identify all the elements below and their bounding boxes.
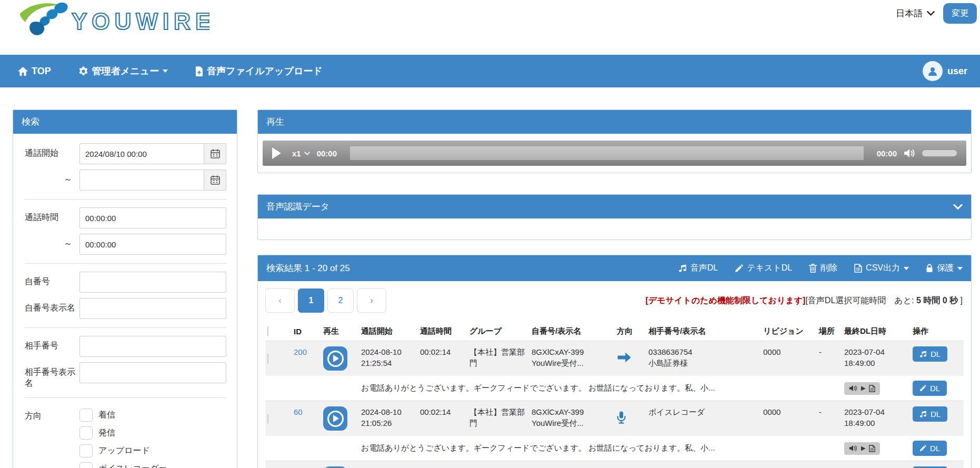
- nav-admin-menu[interactable]: 管理者メニュー: [78, 65, 168, 77]
- main-nav: TOP 管理者メニュー 音声ファイルアップロード user: [0, 55, 980, 87]
- caret-down-icon: [904, 267, 909, 270]
- transcript-text: お電話ありがとうございます。ギークフィードでございます。 お世話になっております…: [359, 376, 842, 401]
- transcript-row: お電話ありがとうございます。ギークフィードでございます。 お世話になっております…: [265, 376, 964, 401]
- location: -: [817, 461, 842, 468]
- col-group: グループ: [467, 321, 529, 341]
- divider: [25, 263, 226, 264]
- play-icon: [861, 386, 866, 391]
- group-name: 【本社】営業部門: [467, 401, 529, 436]
- col-revision: リビジョン: [761, 321, 817, 341]
- trash-icon: [809, 264, 817, 273]
- audio-dl-button[interactable]: 音声DL: [678, 263, 718, 274]
- audio-dl-row-button[interactable]: DL: [913, 406, 947, 422]
- col-duration: 通話時間: [418, 321, 467, 341]
- call-start-from-input[interactable]: [79, 143, 204, 164]
- text-dl-row-button[interactable]: DL: [913, 381, 947, 396]
- play-icon: [861, 446, 866, 451]
- play-button[interactable]: [272, 147, 281, 159]
- own-display-name-label: 自番号表示名: [25, 298, 79, 314]
- select-all-checkbox[interactable]: [267, 326, 268, 336]
- speaker-icon[interactable]: [904, 148, 915, 158]
- direction-upload-checkbox[interactable]: [79, 444, 93, 457]
- nav-user[interactable]: user: [923, 61, 967, 81]
- home-icon: [18, 67, 28, 76]
- revision: 0000: [761, 461, 817, 468]
- calendar-icon: [211, 149, 220, 158]
- table-row: 140 2024-08-10 00:02:14 【本社】営業部門 8GXlCxA…: [265, 461, 964, 468]
- protect-button[interactable]: 保護: [926, 263, 963, 274]
- recognition-panel-title: 音声認識データ: [266, 201, 329, 213]
- duration-from-input[interactable]: [79, 207, 226, 228]
- own-display-name-input[interactable]: [79, 298, 226, 319]
- revision: 0000: [761, 341, 817, 376]
- pagination-page-1[interactable]: 1: [298, 288, 324, 313]
- last-dl-date: 2023-07-04: [844, 346, 908, 357]
- file-text-icon: [869, 385, 875, 392]
- divider: [25, 199, 226, 200]
- calendar-button[interactable]: [204, 170, 226, 191]
- pagination-page-2[interactable]: 2: [327, 288, 354, 313]
- direction-outgoing-checkbox[interactable]: [79, 426, 93, 440]
- call-start-label: 通話開始: [25, 143, 79, 159]
- call-start-to-input[interactable]: [79, 170, 204, 191]
- transcript-row: お電話ありがとうございます。ギークフィードでございます。 お世話になっております…: [265, 436, 964, 461]
- nav-top-label: TOP: [32, 66, 51, 77]
- table-row: 200 2024-08-1021:25:54 00:02:14 【本社】営業部門…: [265, 341, 964, 376]
- results-panel: 検索結果 1 - 20 of 25 音声DL テキストDL 削除 CSV出力 保…: [257, 255, 972, 468]
- main-column: 再生 x1 00:00 00:00: [257, 109, 972, 468]
- audio-dl-label: 音声DL: [691, 263, 718, 274]
- audio-dl-row-button[interactable]: DL: [913, 346, 947, 362]
- seek-bar[interactable]: [350, 146, 864, 160]
- text-dl-button[interactable]: テキストDL: [735, 263, 792, 274]
- volume-slider[interactable]: [922, 150, 957, 156]
- calendar-button[interactable]: [204, 143, 226, 164]
- col-location: 場所: [817, 321, 842, 341]
- record-id-link[interactable]: 60: [294, 407, 303, 416]
- duration-to-input[interactable]: [79, 234, 226, 255]
- speed-selector[interactable]: x1: [292, 149, 310, 158]
- row-checkbox[interactable]: [267, 354, 268, 364]
- transcript-media-badge[interactable]: [844, 442, 880, 455]
- range-tilde: ～: [25, 234, 79, 250]
- caret-down-icon: [163, 69, 168, 73]
- direction-label: 方向: [25, 406, 79, 422]
- dl-label: DL: [930, 444, 940, 453]
- csv-export-button[interactable]: CSV出力: [854, 263, 909, 274]
- nav-audio-upload[interactable]: 音声ファイルアップロード: [195, 65, 323, 77]
- other-display-name-label: 相手番号表示名: [25, 362, 79, 389]
- dl-label: DL: [930, 384, 940, 393]
- row-play-button[interactable]: [323, 346, 347, 371]
- recognition-panel-header[interactable]: 音声認識データ: [258, 195, 971, 218]
- music-note-icon: [919, 351, 927, 358]
- direction-incoming-checkbox[interactable]: [79, 409, 93, 422]
- last-dl-date: 2023-07-04: [844, 406, 908, 417]
- transcript-media-badge[interactable]: [844, 382, 880, 395]
- nav-top[interactable]: TOP: [18, 66, 51, 77]
- speed-value: x1: [292, 149, 301, 158]
- row-checkbox[interactable]: [267, 414, 268, 424]
- other-number-input[interactable]: [79, 336, 226, 357]
- demo-notice: [デモサイトのため機能制限しております][音声DL選択可能時間 あと: 5 時間…: [646, 295, 963, 306]
- recognition-panel: 音声認識データ: [257, 194, 972, 240]
- dl-label: DL: [931, 410, 941, 419]
- own-display-name: YouWire受付...: [532, 357, 613, 369]
- own-display-name: YouWire受付...: [532, 417, 613, 429]
- own-number-input[interactable]: [79, 272, 226, 293]
- delete-button[interactable]: 削除: [809, 263, 837, 274]
- pencil-icon: [919, 385, 926, 392]
- col-direction: 方向: [615, 321, 646, 341]
- record-id-link[interactable]: 200: [294, 347, 307, 356]
- language-selector[interactable]: 日本語: [896, 7, 935, 19]
- direction-voicerecorder-checkbox[interactable]: [79, 462, 93, 468]
- language-change-button[interactable]: 変更: [943, 3, 977, 24]
- col-operation: 操作: [911, 321, 964, 341]
- youwire-logo[interactable]: YOUWIRE: [15, 1, 209, 40]
- pagination-next-button[interactable]: ›: [357, 288, 386, 313]
- other-display-name-input[interactable]: [79, 362, 226, 383]
- row-play-button[interactable]: [323, 406, 347, 431]
- current-time: 00:00: [317, 149, 337, 158]
- chevron-down-icon: [304, 152, 310, 155]
- pagination-prev-button[interactable]: ‹: [265, 288, 295, 313]
- search-panel-title: 検索: [13, 110, 237, 134]
- text-dl-row-button[interactable]: DL: [913, 441, 947, 456]
